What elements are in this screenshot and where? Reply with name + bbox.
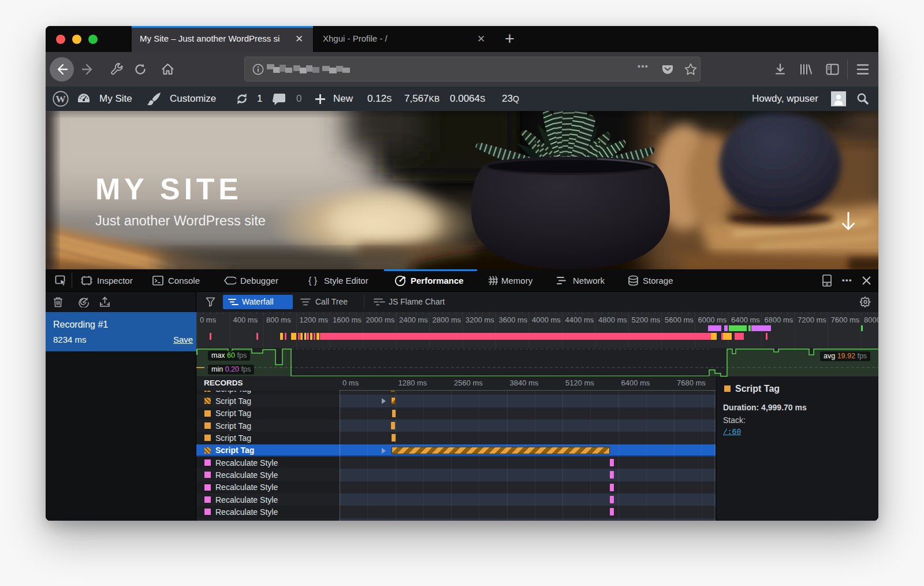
svg-text:4400 ms: 4400 ms (565, 316, 594, 324)
svg-text:4800 ms: 4800 ms (598, 316, 627, 324)
svg-text:2800 ms: 2800 ms (433, 316, 461, 324)
svg-text:400 ms: 400 ms (233, 316, 258, 324)
svg-text:2400 ms: 2400 ms (399, 316, 428, 324)
svg-text:4000 ms: 4000 ms (532, 316, 561, 324)
svg-text:2000 ms: 2000 ms (366, 316, 395, 324)
svg-text:5200 ms: 5200 ms (632, 316, 661, 324)
svg-text:800 ms: 800 ms (266, 316, 291, 324)
svg-text:6000 ms: 6000 ms (698, 316, 727, 324)
svg-text:7200 ms: 7200 ms (798, 316, 826, 324)
svg-text:3600 ms: 3600 ms (499, 316, 528, 324)
svg-text:6400 ms: 6400 ms (731, 316, 760, 324)
svg-text:5600 ms: 5600 ms (665, 316, 694, 324)
svg-text:0 ms: 0 ms (200, 316, 217, 324)
svg-text:3200 ms: 3200 ms (465, 316, 494, 324)
svg-text:W: W (55, 93, 66, 105)
svg-text:8000: 8000 (864, 316, 878, 324)
svg-text:1200 ms: 1200 ms (300, 316, 329, 324)
svg-text:1600 ms: 1600 ms (333, 316, 362, 324)
svg-text:6800 ms: 6800 ms (765, 316, 793, 324)
svg-text:7600 ms: 7600 ms (831, 316, 860, 324)
